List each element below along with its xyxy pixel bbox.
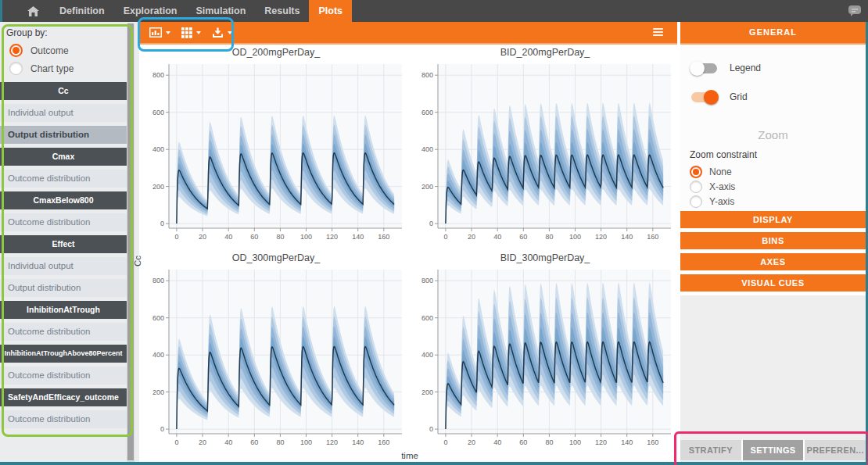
sidebar-group-header[interactable]: Cc	[0, 82, 127, 100]
tab-plots[interactable]: Plots	[309, 0, 352, 22]
plots-main-area: Cc OD_200mgPerDay_ 020406080100120140160…	[139, 22, 680, 462]
sidebar-scrollbar-track	[127, 23, 135, 462]
radio-outcome[interactable]	[9, 44, 23, 57]
sidebar-plot-item[interactable]: Outcome distribution	[0, 410, 127, 428]
radio-x-axis[interactable]	[690, 181, 702, 193]
zoom-constraint-x-axis[interactable]: X-axis	[690, 180, 735, 194]
legend-toggle[interactable]	[691, 63, 717, 73]
svg-text:60: 60	[519, 233, 527, 241]
svg-text:400: 400	[152, 145, 164, 153]
svg-text:40: 40	[493, 233, 501, 241]
chevron-down-icon	[196, 31, 201, 34]
bins-section-button[interactable]: BINS	[680, 232, 866, 249]
sidebar-group-header[interactable]: InhibitionAtTroughAbove80Percent	[0, 345, 127, 363]
general-section-header[interactable]: GENERAL	[680, 22, 866, 45]
sidebar-group-header[interactable]: Cmax	[0, 148, 127, 166]
subplot-chart-bid-300mg[interactable]: 0204060801001201401600200400600800	[414, 265, 676, 451]
zoom-constraint-y-axis[interactable]: Y-axis	[690, 195, 734, 209]
sidebar-plot-item[interactable]: Output distribution	[0, 126, 127, 144]
tab-exploration[interactable]: Exploration	[114, 0, 187, 22]
panel-bottom-tabs: STRATIFY SETTINGS PREFEREN...	[680, 440, 866, 460]
sidebar-plot-item[interactable]: Output distribution	[0, 279, 127, 297]
sidebar-plot-item[interactable]: Outcome distribution	[0, 213, 127, 231]
window-frame-left	[0, 0, 2, 22]
sidebar-plot-item[interactable]: Outcome distribution	[0, 323, 127, 341]
visual-cues-section-button[interactable]: VISUAL CUES	[680, 274, 866, 292]
group-by-option-chart-type[interactable]: Chart type	[9, 62, 120, 75]
subplot-chart-od-200mg[interactable]: 0204060801001201401600200400600800	[145, 59, 407, 245]
stratify-tab[interactable]: STRATIFY	[680, 440, 741, 460]
feedback-button[interactable]	[848, 5, 862, 20]
top-nav: Definition Exploration Simulation Result…	[0, 0, 868, 22]
settings-tab[interactable]: SETTINGS	[743, 440, 804, 460]
sidebar-plot-item[interactable]: Outcome distribution	[0, 367, 127, 385]
grid-toggle[interactable]	[691, 92, 717, 102]
svg-text:200: 200	[152, 183, 164, 191]
sidebar-plot-item[interactable]: Outcome distribution	[0, 170, 127, 188]
export-dropdown[interactable]	[212, 27, 232, 38]
home-icon	[27, 6, 39, 16]
sidebar-scrollbar-thumb[interactable]	[127, 23, 134, 460]
svg-text:600: 600	[421, 109, 433, 116]
chart-type-dropdown[interactable]	[149, 27, 170, 38]
zoom-constraint-none[interactable]: None	[690, 165, 732, 179]
plot-list-sidebar: Group by: Outcome Chart type CcIndividua…	[0, 22, 139, 462]
svg-text:60: 60	[519, 438, 527, 446]
tab-results[interactable]: Results	[255, 0, 309, 22]
svg-text:120: 120	[595, 233, 607, 241]
svg-text:400: 400	[152, 351, 164, 359]
sidebar-plot-item[interactable]: Individual output	[0, 257, 127, 275]
export-download-icon	[212, 27, 224, 38]
tab-simulation[interactable]: Simulation	[186, 0, 255, 22]
layout-dropdown[interactable]	[181, 27, 201, 38]
tab-definition[interactable]: Definition	[50, 0, 114, 22]
svg-text:600: 600	[152, 314, 164, 322]
svg-text:20: 20	[199, 438, 206, 446]
svg-text:140: 140	[352, 438, 364, 446]
svg-text:0: 0	[160, 220, 164, 227]
group-by-option-outcome[interactable]: Outcome	[9, 44, 120, 57]
sidebar-group-header[interactable]: InhibitionAtTrough	[0, 301, 127, 319]
plot-title: BID_200mgPerDay_	[414, 46, 676, 59]
svg-text:200: 200	[152, 388, 164, 396]
svg-text:200: 200	[421, 183, 433, 191]
subplot-chart-od-300mg[interactable]: 0204060801001201401600200400600800	[145, 265, 407, 451]
radio-none[interactable]	[690, 166, 702, 178]
sidebar-plot-item[interactable]: Individual output	[0, 104, 127, 122]
zoom-section-title: Zoom	[680, 128, 866, 141]
sidebar-group-header[interactable]: Effect	[0, 235, 127, 253]
svg-text:800: 800	[152, 71, 164, 79]
svg-text:140: 140	[352, 233, 364, 241]
home-button[interactable]	[27, 0, 39, 22]
axes-section-button[interactable]: AXES	[680, 253, 866, 270]
subplot-card: BID_300mgPerDay_ 02040608010012014016002…	[414, 252, 676, 451]
display-section-button[interactable]: DISPLAY	[680, 211, 866, 228]
svg-text:400: 400	[421, 351, 433, 359]
radio-none-label: None	[709, 166, 732, 177]
sidebar-group-header[interactable]: CmaxBelow800	[0, 191, 127, 209]
radio-y-axis[interactable]	[690, 195, 702, 208]
svg-text:800: 800	[152, 277, 164, 284]
svg-text:40: 40	[224, 233, 232, 241]
zoom-constraint-label: Zoom constraint	[690, 149, 757, 160]
group-by-label: Group by:	[6, 27, 120, 38]
svg-text:0: 0	[174, 233, 178, 241]
sidebar-group-header[interactable]: SafetyAndEfficacy_outcome	[0, 388, 127, 406]
plot-toolbar	[139, 22, 677, 45]
plot-type-list: CcIndividual outputOutput distributionCm…	[0, 82, 127, 428]
toggle-knob	[690, 61, 705, 76]
preferences-tab[interactable]: PREFEREN...	[805, 440, 866, 460]
svg-text:80: 80	[545, 438, 553, 446]
svg-text:160: 160	[647, 438, 658, 446]
subplot-chart-bid-200mg[interactable]: 0204060801001201401600200400600800	[414, 59, 676, 245]
svg-text:0: 0	[443, 438, 447, 446]
radio-chart-type[interactable]	[9, 62, 23, 75]
svg-text:160: 160	[378, 233, 389, 241]
plot-menu-button[interactable]	[653, 28, 663, 38]
svg-text:80: 80	[276, 233, 284, 241]
chevron-down-icon	[228, 31, 232, 34]
radio-x-axis-label: X-axis	[709, 181, 735, 192]
subplot-card: OD_300mgPerDay_ 020406080100120140160020…	[145, 252, 407, 451]
radio-outcome-label: Outcome	[30, 45, 69, 56]
svg-text:60: 60	[250, 233, 258, 241]
